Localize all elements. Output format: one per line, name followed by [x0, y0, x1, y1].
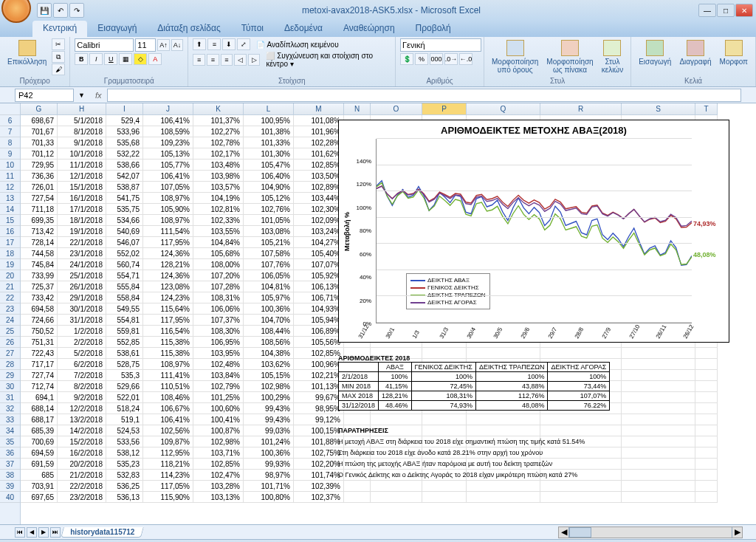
row-header-39[interactable]: 39: [0, 481, 20, 492]
column-header-P[interactable]: P: [422, 103, 467, 115]
cell[interactable]: 103,55%: [193, 226, 244, 237]
undo-button[interactable]: ↶: [53, 3, 68, 18]
cell[interactable]: 103,24%: [294, 226, 344, 237]
cell[interactable]: 519,1: [106, 414, 143, 425]
cell[interactable]: 559,81: [106, 326, 143, 337]
cell[interactable]: 103,50%: [294, 171, 344, 182]
column-header-S[interactable]: S: [622, 103, 695, 115]
cell[interactable]: 554,81: [106, 315, 143, 326]
cell[interactable]: [695, 370, 718, 381]
next-sheet-button[interactable]: ▶: [38, 527, 49, 538]
cell[interactable]: 698,67: [21, 115, 58, 126]
row-header-16[interactable]: 16: [0, 226, 20, 237]
row-header-28[interactable]: 28: [0, 359, 20, 370]
cell[interactable]: 106,67%: [143, 403, 193, 414]
cell[interactable]: 724,66: [21, 315, 58, 326]
cell[interactable]: 101,25%: [193, 392, 244, 403]
cell[interactable]: 750,52: [21, 326, 58, 337]
cell[interactable]: 22/2/2018: [58, 481, 106, 492]
cell[interactable]: 103,62%: [244, 359, 294, 370]
cell[interactable]: 103,57%: [193, 182, 244, 193]
cell[interactable]: 728,14: [21, 237, 58, 248]
row-header-38[interactable]: 38: [0, 470, 20, 481]
align-left-button[interactable]: ≡: [193, 54, 205, 66]
cell[interactable]: 694,1: [21, 392, 58, 403]
column-header-N[interactable]: N: [344, 103, 371, 115]
merge-center-button[interactable]: ⬜ Συγχώνευση και στοίχιση στο κέντρο ▾: [266, 52, 391, 68]
row-header-9[interactable]: 9: [0, 148, 20, 159]
cell[interactable]: 522,01: [106, 392, 143, 403]
cell[interactable]: 103,13%: [193, 492, 244, 503]
cell[interactable]: 100,41%: [193, 414, 244, 425]
cell[interactable]: 558,84: [106, 292, 143, 303]
row-header-34[interactable]: 34: [0, 425, 20, 436]
cell[interactable]: [622, 359, 695, 370]
cell[interactable]: [695, 392, 718, 403]
cell[interactable]: 102,48%: [193, 359, 244, 370]
cell[interactable]: 699,35: [21, 215, 58, 226]
cell[interactable]: 554,71: [106, 270, 143, 281]
conditional-formatting-button[interactable]: Μορφοποίηση υπό όρους: [489, 38, 541, 75]
row-header-8[interactable]: 8: [0, 137, 20, 148]
cell[interactable]: 535,3: [106, 370, 143, 381]
cell[interactable]: 101,38%: [244, 126, 294, 137]
cell[interactable]: 534,66: [106, 215, 143, 226]
cell[interactable]: 110,51%: [143, 381, 193, 392]
tab-κεντρική[interactable]: Κεντρική: [32, 21, 87, 37]
cell[interactable]: 106,40%: [244, 171, 294, 182]
cell[interactable]: 101,37%: [193, 115, 244, 126]
cell[interactable]: 100,95%: [244, 115, 294, 126]
cell-styles-button[interactable]: Στυλ κελιών: [599, 38, 627, 75]
cell[interactable]: 107,76%: [244, 259, 294, 270]
column-header-T[interactable]: T: [695, 103, 718, 115]
row-header-7[interactable]: 7: [0, 126, 20, 137]
cell[interactable]: 697,65: [21, 492, 58, 503]
cell[interactable]: 105,94%: [294, 315, 344, 326]
cell[interactable]: 103,28%: [193, 481, 244, 492]
cell[interactable]: 101,62%: [294, 148, 344, 159]
cell[interactable]: 701,67: [21, 126, 58, 137]
cell[interactable]: [467, 414, 540, 425]
cell[interactable]: 100,15%: [294, 425, 344, 436]
italic-button[interactable]: I: [89, 53, 103, 65]
cell[interactable]: 103,44%: [294, 193, 344, 204]
cell[interactable]: 102,79%: [193, 381, 244, 392]
cell[interactable]: 5/1/2018: [58, 115, 106, 126]
last-sheet-button[interactable]: ⏭: [50, 527, 61, 538]
cell[interactable]: 100,36%: [244, 303, 294, 315]
cell[interactable]: 30/1/2018: [58, 303, 106, 315]
cell[interactable]: 105,47%: [244, 159, 294, 171]
bold-button[interactable]: B: [75, 53, 88, 65]
cell[interactable]: 102,30%: [294, 204, 344, 215]
cell[interactable]: [622, 403, 695, 414]
cell[interactable]: 102,75%: [294, 447, 344, 459]
cell[interactable]: 733,42: [21, 292, 58, 303]
grow-font-button[interactable]: A↑: [157, 39, 170, 51]
cell[interactable]: 532,22: [106, 148, 143, 159]
cell[interactable]: 703,91: [21, 481, 58, 492]
cell[interactable]: 100,87%: [193, 425, 244, 436]
row-header-12[interactable]: 12: [0, 182, 20, 193]
cell[interactable]: 101,05%: [244, 215, 294, 226]
cell[interactable]: 106,95%: [193, 337, 244, 348]
row-header-33[interactable]: 33: [0, 414, 20, 425]
cell[interactable]: 117,95%: [143, 237, 193, 248]
cell[interactable]: 19/1/2018: [58, 226, 106, 237]
orientation-button[interactable]: ⤢: [237, 38, 250, 50]
cell[interactable]: 12/1/2018: [58, 171, 106, 182]
font-size-select[interactable]: [135, 38, 156, 52]
increase-decimal-button[interactable]: .0→: [444, 53, 458, 65]
cell[interactable]: 700,69: [21, 436, 58, 447]
cell[interactable]: 124,23%: [143, 292, 193, 303]
cell[interactable]: 7/2/2018: [58, 370, 106, 381]
row-header-37[interactable]: 37: [0, 459, 20, 470]
horizontal-scrollbar[interactable]: ◀ ▶: [558, 526, 743, 538]
format-painter-button[interactable]: 🖌: [52, 64, 65, 75]
cell[interactable]: 744,58: [21, 248, 58, 259]
align-center-button[interactable]: ≡: [207, 54, 219, 66]
cell[interactable]: 538,12: [106, 447, 143, 459]
row-header-15[interactable]: 15: [0, 215, 20, 226]
row-header-14[interactable]: 14: [0, 204, 20, 215]
cell[interactable]: 103,08%: [244, 226, 294, 237]
cell[interactable]: [622, 370, 695, 381]
